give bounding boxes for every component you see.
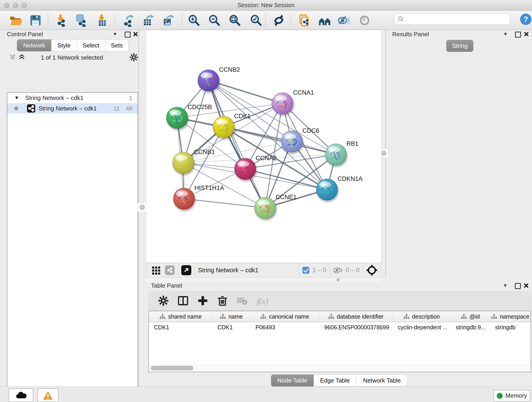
table-cell[interactable]: CDK1 — [149, 322, 212, 333]
table-cell[interactable]: CDK1 — [212, 322, 250, 333]
zoom-selected-button[interactable] — [249, 14, 262, 27]
selected-nodes-checkbox-icon[interactable] — [302, 267, 309, 274]
tab-edge-table[interactable]: Edge Table — [314, 375, 356, 386]
export-image-button[interactable] — [162, 14, 175, 27]
memory-status-dot-icon — [497, 393, 503, 399]
node-label-CDC25B: CDC25B — [188, 104, 212, 110]
tab-network-table[interactable]: Network Table — [356, 375, 408, 386]
node-CDKN1A[interactable]: CDKN1A — [316, 175, 363, 202]
tab-string[interactable]: String — [446, 40, 473, 52]
zoom-out-button[interactable] — [208, 14, 221, 27]
split-columns-button[interactable] — [178, 296, 188, 307]
scrollbar-thumb[interactable] — [151, 366, 193, 370]
tab-node-table[interactable]: Node Table — [271, 375, 314, 386]
first-neighbors-icon — [318, 14, 331, 27]
column-header-databaseidentifier[interactable]: database identifier — [319, 311, 393, 322]
table-cell[interactable]: stringdb:9... — [451, 322, 490, 333]
show-all-button[interactable] — [358, 14, 371, 27]
refresh-button[interactable] — [272, 14, 285, 27]
attribute-type-icon — [404, 314, 409, 319]
column-header-description[interactable]: description — [393, 311, 451, 322]
table-panel-float-icon[interactable] — [515, 283, 521, 289]
network-title: String Network – cdk1 — [198, 267, 259, 274]
clone-network-button[interactable] — [298, 14, 310, 27]
export-network-button[interactable] — [122, 14, 135, 27]
column-header-name[interactable]: name — [212, 311, 250, 322]
window-title: Session: New Session — [0, 2, 532, 8]
column-header-id[interactable]: @id — [451, 311, 490, 322]
table-cell[interactable]: P06493 — [250, 322, 319, 333]
import-table-button[interactable] — [95, 14, 108, 27]
import-network-db-icon — [74, 14, 86, 27]
search-input[interactable] — [404, 16, 504, 22]
control-panel-menu-icon[interactable]: ▾ — [114, 31, 116, 37]
memory-label: Memory — [505, 392, 527, 399]
network-selected-status: 1 of 1 Network selected — [7, 54, 137, 61]
network-row[interactable]: String Network – cdk1 11 48 — [7, 103, 138, 114]
collection-caret-icon[interactable]: ▼ — [14, 95, 19, 101]
clone-network-icon — [298, 14, 310, 27]
table-header-row: shared namenamecanonical namedatabase id… — [149, 311, 531, 322]
node-CDC25B[interactable]: CDC25B — [166, 104, 212, 130]
save-session-button[interactable] — [29, 14, 42, 27]
column-header-namespace[interactable]: namespace — [490, 311, 531, 322]
tab-select[interactable]: Select — [77, 39, 105, 51]
network-collection-row[interactable]: ▼ String Network – cdk1 1 — [7, 93, 138, 103]
memory-button[interactable]: Memory — [494, 390, 530, 402]
open-session-button[interactable] — [9, 14, 22, 27]
control-panel-close-icon[interactable] — [133, 32, 138, 37]
birdseye-crosshair-icon[interactable] — [366, 264, 378, 276]
grid-view-icon[interactable] — [152, 266, 161, 275]
import-network-db-button[interactable] — [74, 14, 86, 27]
control-panel-float-icon[interactable] — [125, 32, 131, 38]
open-in-new-icon[interactable] — [181, 265, 191, 275]
gear-button[interactable] — [158, 296, 168, 307]
import-network-file-button[interactable] — [54, 14, 67, 27]
node-CCNA1[interactable]: CCNA1 — [272, 89, 314, 116]
first-neighbors-button[interactable] — [318, 14, 331, 27]
network-options-gear-icon[interactable] — [130, 53, 138, 61]
tab-network[interactable]: Network — [17, 39, 51, 51]
zoom-in-button[interactable] — [187, 14, 200, 27]
table-cell[interactable]: cyclin-dependent ... — [393, 322, 451, 333]
results-panel-close-icon[interactable] — [524, 32, 529, 37]
cloud-button[interactable] — [9, 389, 33, 402]
help-button[interactable]: ? — [520, 13, 532, 26]
left-splitter-handle[interactable] — [138, 203, 147, 212]
tab-sets[interactable]: Sets — [105, 39, 128, 51]
tab-style[interactable]: Style — [51, 39, 77, 51]
node-label-CCNA2: CCNA2 — [256, 155, 277, 162]
delete-table-icon — [237, 296, 247, 306]
warning-button[interactable] — [37, 389, 58, 402]
toolbar-separator — [48, 13, 48, 28]
search-box[interactable] — [394, 13, 510, 25]
node-label-HIST1H1A: HIST1H1A — [195, 185, 224, 191]
network-canvas[interactable]: CCNB2 CCNA1 CDC25B CDK1 CDC6 RB1 CCNB1 C… — [146, 30, 381, 263]
results-panel-float-icon[interactable] — [515, 32, 521, 38]
export-table-button[interactable] — [142, 14, 155, 27]
node-CCNB1[interactable]: CCNB1 — [172, 148, 215, 175]
delete-button[interactable] — [217, 296, 228, 307]
network-share-icon[interactable] — [165, 265, 175, 275]
node-RB1[interactable]: RB1 — [325, 140, 359, 167]
edge-HIST1H1A-CCNE1[interactable] — [184, 199, 265, 208]
table-panel-close-icon[interactable] — [524, 283, 529, 288]
results-panel-menu-icon[interactable]: ▾ — [504, 31, 507, 37]
horizontal-splitter[interactable] — [146, 278, 381, 282]
column-header-canonicalname[interactable]: canonical name — [250, 311, 319, 322]
zoom-fit-button[interactable] — [228, 14, 241, 27]
bottom-status-bar: Memory — [0, 386, 532, 402]
add-button[interactable] — [198, 296, 208, 307]
column-header-sharedname[interactable]: shared name — [149, 311, 212, 322]
table-panel-menu-icon[interactable]: ▾ — [504, 282, 507, 288]
table-horizontal-scrollbar[interactable] — [149, 364, 531, 372]
hide-selected-button[interactable] — [337, 14, 350, 27]
node-label-CCNA1: CCNA1 — [293, 89, 314, 96]
attribute-type-icon — [491, 314, 497, 319]
table-row[interactable]: CDK1CDK1P064939606.ENSP00000378699cyclin… — [149, 322, 531, 333]
table-cell[interactable]: stringdb — [490, 322, 531, 333]
node-HIST1H1A[interactable]: HIST1H1A — [173, 185, 224, 211]
table-cell[interactable]: 9606.ENSP00000378699 — [319, 322, 393, 333]
node-CDC6[interactable]: CDC6 — [281, 127, 319, 154]
hidden-elements-eye-icon[interactable] — [333, 266, 343, 274]
